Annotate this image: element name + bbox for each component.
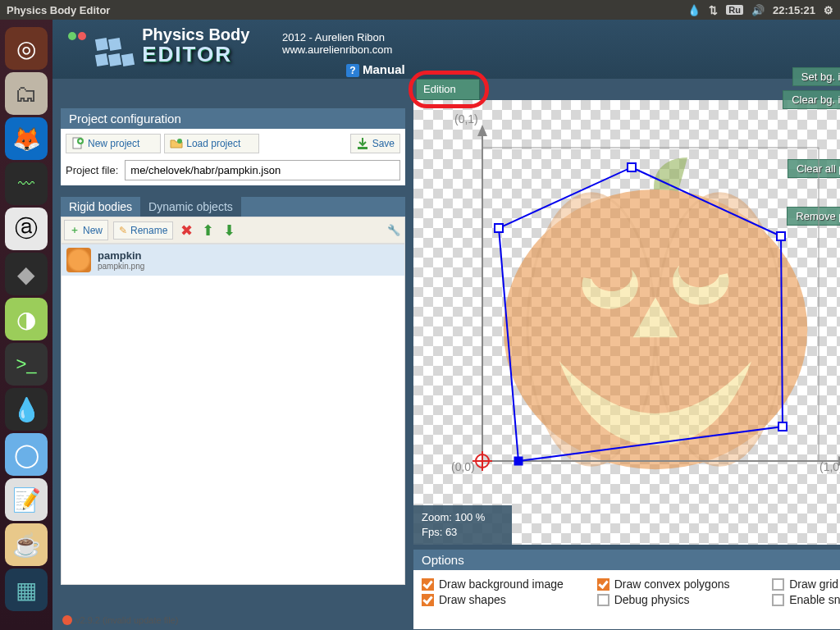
launcher-java-icon[interactable]: ☕	[5, 523, 48, 566]
list-item[interactable]: pampkin pampkin.png	[62, 244, 404, 276]
body-file: pampkin.png	[98, 262, 144, 271]
app-title-line1: Physics Body	[142, 26, 249, 43]
folder-open-icon	[170, 137, 183, 150]
opt-draw-convex[interactable]: Draw convex polygons	[597, 578, 769, 591]
opt-draw-bg-image[interactable]: Draw background image	[422, 578, 594, 591]
gear-icon[interactable]: ⚙	[824, 4, 833, 16]
svg-marker-13	[499, 167, 783, 461]
opt-draw-shapes[interactable]: Draw shapes	[422, 593, 594, 606]
tab-rigid-bodies[interactable]: Rigid bodies	[61, 197, 140, 217]
launcher-inkscape-icon[interactable]: ◆	[5, 253, 48, 295]
network-icon[interactable]: ⇅	[709, 4, 718, 16]
credit-line2: www.aurelienribon.com	[282, 43, 392, 56]
new-file-icon	[71, 137, 84, 150]
new-body-button[interactable]: ＋New	[64, 220, 108, 240]
lang-indicator[interactable]: Ru	[726, 5, 743, 15]
axis-label-10: (1,0)	[819, 460, 840, 473]
rename-body-button[interactable]: ✎Rename	[113, 221, 173, 240]
new-project-button[interactable]: New project	[66, 134, 161, 153]
opt-debug-physics[interactable]: Debug physics	[597, 593, 769, 606]
status-dot-icon	[62, 615, 72, 625]
manual-link[interactable]: ?Manual	[346, 62, 405, 77]
svg-point-2	[177, 139, 182, 144]
bodies-list: pampkin pampkin.png	[61, 244, 405, 585]
window-title: Physics Body Editor	[7, 4, 110, 16]
help-icon: ?	[346, 64, 359, 77]
app-title-line2: EDITOR	[142, 43, 249, 66]
svg-rect-15	[777, 232, 785, 240]
project-file-label: Project file:	[66, 164, 118, 176]
load-project-button[interactable]: Load project	[164, 134, 259, 153]
move-up-button[interactable]: ⬆	[199, 222, 216, 239]
launcher-terminal-icon[interactable]: >_	[5, 343, 48, 386]
set-bg-button[interactable]: Set bg. image	[792, 67, 840, 86]
opt-snap-to-grid[interactable]: Enable snap-to-g	[772, 593, 840, 606]
options-heading: Options	[413, 550, 840, 570]
axis-label-01: (0,1)	[454, 112, 478, 126]
launcher-androidstudio-icon[interactable]: ◑	[5, 298, 48, 340]
body-thumbnail	[66, 248, 91, 272]
editor-canvas[interactable]: Set bg. image Clear bg. image Clear all …	[413, 100, 840, 545]
svg-rect-16	[778, 422, 787, 431]
body-name: pampkin	[98, 249, 144, 262]
save-icon	[356, 137, 369, 150]
drop-icon[interactable]: 💧	[687, 4, 701, 16]
launcher-editor-icon[interactable]: 📝	[5, 478, 48, 521]
tab-dynamic-objects[interactable]: Dynamic objects	[140, 197, 241, 217]
save-button[interactable]: Save	[350, 134, 400, 153]
project-config-heading: Project configuration	[61, 108, 405, 129]
svg-rect-3	[358, 147, 368, 149]
launcher-dash-icon[interactable]: ◎	[5, 27, 48, 70]
launcher-chromium-icon[interactable]: ◯	[5, 433, 48, 476]
opt-draw-grid[interactable]: Draw grid with ga	[772, 578, 840, 591]
launcher-files-icon[interactable]: 🗂	[5, 72, 48, 115]
edition-button[interactable]: Edition	[416, 79, 480, 100]
launcher: ◎ 🗂 🦊 〰 ⓐ ◆ ◑ >_ 💧 ◯ 📝 ☕ ▦	[0, 20, 52, 630]
svg-rect-14	[628, 163, 636, 171]
project-file-input[interactable]	[125, 160, 400, 180]
app-header: Physics Body EDITOR 2012 - Aurelien Ribo…	[52, 20, 840, 79]
credit-line1: 2012 - Aurelien Ribon	[282, 31, 392, 43]
svg-rect-17	[495, 224, 503, 232]
svg-rect-18	[514, 457, 523, 465]
wrench-icon[interactable]: 🔧	[386, 222, 402, 239]
launcher-physicsbody-icon[interactable]: ▦	[5, 568, 48, 611]
launcher-monitor-icon[interactable]: 〰	[5, 162, 48, 205]
clock: 22:15:21	[773, 4, 815, 16]
launcher-firefox-icon[interactable]: 🦊	[5, 117, 48, 160]
launcher-app-a-icon[interactable]: ⓐ	[5, 208, 48, 250]
canvas-overlay: (0,1) (0,0) (1,0)	[413, 100, 840, 545]
status-bar: v2.9.2 (invalid update file)	[62, 615, 178, 625]
launcher-water-icon[interactable]: 💧	[5, 388, 48, 431]
volume-icon[interactable]: 🔊	[751, 4, 765, 16]
pencil-icon: ✎	[119, 225, 127, 236]
delete-body-button[interactable]: ✖	[178, 222, 194, 239]
move-down-button[interactable]: ⬇	[221, 222, 237, 239]
axis-label-00: (0,0)	[451, 460, 475, 473]
svg-rect-7	[482, 148, 819, 461]
plus-icon: ＋	[70, 223, 80, 237]
zoom-info: Zoom: 100 % Fps: 63	[413, 505, 512, 545]
